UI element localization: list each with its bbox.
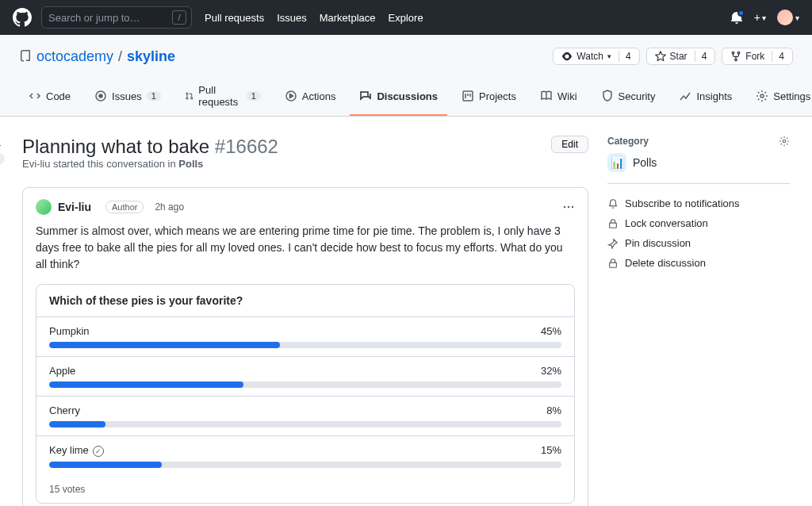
sidebar-category-label: Category <box>607 136 649 147</box>
subscribe-link[interactable]: Subscribe to notifications <box>607 194 790 213</box>
lock-icon <box>607 258 619 269</box>
svg-point-13 <box>572 206 573 208</box>
nav-explore[interactable]: Explore <box>389 12 423 24</box>
poll-option[interactable]: Apple32% <box>36 357 574 397</box>
tab-issues[interactable]: Issues1 <box>85 78 170 116</box>
fork-button[interactable]: Fork 4 <box>722 48 793 65</box>
global-nav: Pull requests Issues Marketplace Explore <box>205 12 423 24</box>
tab-insights[interactable]: Insights <box>669 78 741 116</box>
svg-point-6 <box>186 98 188 99</box>
poll-category-icon: 📊 <box>607 153 626 172</box>
repo-title: octocademy / skyline <box>19 48 175 65</box>
issue-icon <box>94 90 107 102</box>
tab-wiki[interactable]: Wiki <box>530 78 587 116</box>
edit-button[interactable]: Edit <box>551 136 588 153</box>
lock-link[interactable]: Lock conversation <box>607 213 790 233</box>
svg-point-12 <box>568 206 569 208</box>
upvote-button[interactable]: 1 <box>0 140 5 164</box>
discussion-title: Planning what to bake #16662 <box>22 136 278 158</box>
svg-point-17 <box>783 140 786 143</box>
nav-marketplace[interactable]: Marketplace <box>320 12 376 24</box>
vote-count: 1 <box>0 153 5 164</box>
svg-point-11 <box>564 206 565 208</box>
notification-dot-icon <box>737 10 745 17</box>
repo-owner-link[interactable]: octocademy <box>36 48 113 65</box>
watch-button[interactable]: Watch ▾ 4 <box>553 48 639 65</box>
poll-option-pct: 32% <box>541 365 561 377</box>
poll-bar-fg <box>49 381 243 388</box>
pr-icon <box>185 90 194 102</box>
poll: Which of these pies is your favorite? Pu… <box>36 284 575 504</box>
post-body: Summer is almost over, which means we ar… <box>36 223 575 273</box>
mark-github-icon <box>13 8 32 27</box>
svg-point-10 <box>760 94 764 98</box>
gear-icon <box>756 90 768 102</box>
poll-bar-fg <box>49 462 162 468</box>
poll-bar-fg <box>49 421 105 427</box>
poll-option-pct: 45% <box>541 325 561 337</box>
subtitle-author-link[interactable]: Evi-liu <box>22 158 50 170</box>
shield-icon <box>601 90 614 102</box>
pin-icon <box>607 238 619 249</box>
star-icon <box>655 51 666 62</box>
nav-pull-requests[interactable]: Pull requests <box>205 12 264 24</box>
graph-icon <box>679 90 691 102</box>
svg-rect-19 <box>610 263 617 267</box>
post-author-link[interactable]: Evi-liu <box>58 201 91 213</box>
repo-icon <box>19 50 32 63</box>
play-icon <box>285 90 297 102</box>
global-header: Search or jump to… / Pull requests Issue… <box>0 0 812 35</box>
nav-issues[interactable]: Issues <box>277 12 307 24</box>
svg-point-5 <box>186 93 188 94</box>
sidebar: Category 📊 Polls Subscribe to notificati… <box>607 136 790 506</box>
poll-option[interactable]: Key lime✓15% <box>36 436 574 476</box>
tab-actions[interactable]: Actions <box>275 78 346 116</box>
svg-point-7 <box>190 98 192 99</box>
notifications-button[interactable] <box>730 11 743 24</box>
create-menu[interactable]: +▾ <box>754 11 766 24</box>
caret-down-icon: ▾ <box>607 52 611 60</box>
poll-bar-bg <box>49 462 561 468</box>
github-logo[interactable] <box>13 8 32 27</box>
eye-icon <box>561 51 573 62</box>
poll-question: Which of these pies is your favorite? <box>36 285 574 317</box>
svg-point-0 <box>733 52 735 54</box>
poll-option-label: Apple <box>49 365 75 377</box>
discussion-subtitle: Evi-liu started this conversation in Pol… <box>22 158 278 170</box>
post-menu-button[interactable] <box>562 201 575 213</box>
lock-icon <box>607 218 619 229</box>
svg-point-2 <box>735 59 737 61</box>
project-icon <box>462 90 474 102</box>
post-timestamp: 2h ago <box>155 201 184 213</box>
svg-rect-18 <box>610 223 617 228</box>
check-circle-icon: ✓ <box>93 446 104 457</box>
user-menu[interactable]: ▾ <box>777 10 799 25</box>
star-button[interactable]: Star 4 <box>646 48 716 65</box>
tab-projects[interactable]: Projects <box>452 78 526 116</box>
poll-bar-fg <box>49 342 280 348</box>
delete-link[interactable]: Delete discussion <box>607 253 790 273</box>
author-badge: Author <box>105 201 144 213</box>
poll-option-pct: 15% <box>541 444 561 457</box>
book-icon <box>540 90 553 102</box>
tab-pull-requests[interactable]: Pull requests1 <box>175 78 270 116</box>
tab-security[interactable]: Security <box>592 78 665 116</box>
tab-code[interactable]: Code <box>19 78 80 116</box>
poll-option[interactable]: Cherry8% <box>36 397 574 436</box>
poll-option-label: Key lime✓ <box>49 444 104 457</box>
poll-option-label: Pumpkin <box>49 325 90 337</box>
pin-link[interactable]: Pin discussion <box>607 233 790 253</box>
fork-icon <box>730 51 741 62</box>
avatar-icon <box>777 10 793 25</box>
poll-option[interactable]: Pumpkin45% <box>36 317 574 357</box>
sidebar-category[interactable]: 📊 Polls <box>607 153 790 172</box>
repo-name-link[interactable]: skyline <box>127 48 175 65</box>
code-icon <box>29 90 41 102</box>
search-input[interactable]: Search or jump to… / <box>41 6 192 29</box>
gear-icon <box>779 136 790 147</box>
category-settings-button[interactable] <box>779 136 790 147</box>
tab-settings[interactable]: Settings <box>746 78 812 116</box>
tab-discussions[interactable]: Discussions <box>350 78 447 116</box>
kebab-icon <box>562 201 575 213</box>
discussion-post: Evi-liu Author 2h ago Summer is almost o… <box>22 187 588 506</box>
